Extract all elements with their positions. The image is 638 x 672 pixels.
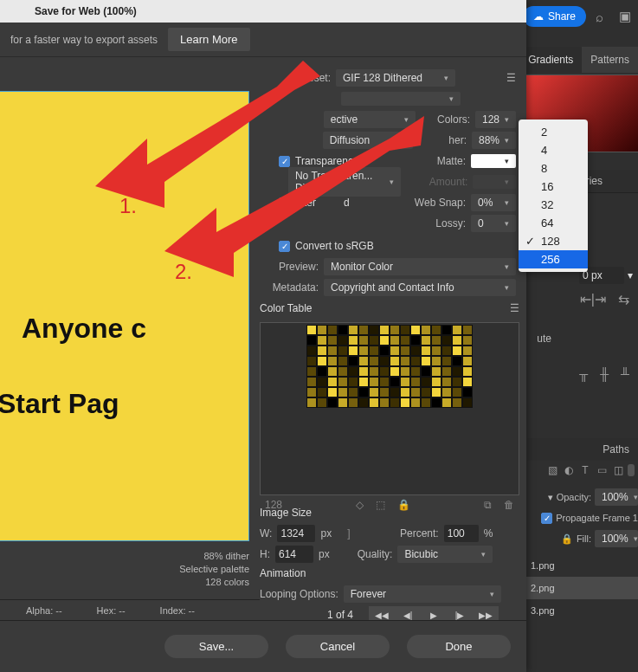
image-size-label: Image Size — [260, 507, 312, 519]
color-table-panel: Color Table ☰ 128 ◇ ⬚ 🔒 ⧉ 🗑 — [260, 298, 519, 514]
share-button[interactable]: ☁︎ Share — [523, 6, 586, 27]
amount-select: ▾ — [473, 175, 516, 189]
filter-toggle[interactable] — [628, 464, 635, 476]
tab-gradients[interactable]: Gradients — [519, 47, 582, 73]
svg-marker-1 — [164, 116, 424, 277]
colors-option[interactable]: 64 — [519, 214, 588, 232]
metadata-select[interactable]: Copyright and Contact Info▾ — [324, 279, 516, 296]
dialog-titlebar: Save for Web (100%) — [0, 0, 526, 23]
colors-option[interactable]: 2 — [519, 123, 588, 141]
filter-smart-icon[interactable]: ◫ — [611, 464, 625, 476]
color-table-menu-icon[interactable]: ☰ — [510, 302, 519, 314]
opacity-label: Opacity: — [557, 492, 591, 502]
dialog-subbar: for a faster way to export assets Learn … — [0, 23, 526, 57]
status-bar: Alpha: -- Hex: -- Index: -- — [0, 599, 260, 620]
color-table-grid[interactable] — [260, 322, 519, 495]
px-label: px — [320, 527, 332, 540]
layer-filter-row: ▧ ◐ T ▭ ◫ — [545, 464, 635, 476]
annotation-label-1: 1. — [119, 194, 137, 218]
quality-select[interactable]: Bicubic▾ — [397, 546, 493, 563]
workspace-icon[interactable]: ▣ — [612, 3, 638, 29]
animation-panel: Animation Looping Options: Forever▾ 1 of… — [260, 563, 501, 625]
colors-dropdown-popup: 2 4 8 16 32 64 128 256 — [519, 120, 588, 272]
align-row: ⇤|⇥ ⇆ — [580, 291, 629, 307]
propagate-label: Propagate Frame 1 — [556, 513, 638, 523]
height-label: H: — [260, 548, 270, 560]
propagate-checkbox[interactable]: ✓ — [541, 513, 552, 524]
pct-sign: % — [484, 527, 493, 540]
distrib-mid-icon[interactable]: ╫ — [600, 367, 609, 381]
colors-select[interactable]: 128▾ — [475, 111, 516, 128]
matte-select[interactable]: ▾ — [471, 154, 516, 168]
status-hex: Hex: -- — [97, 605, 126, 616]
status-index: Index: -- — [160, 605, 195, 616]
save-button[interactable]: Save... — [164, 635, 268, 658]
filter-shape-icon[interactable]: ▭ — [595, 464, 609, 476]
colors-label: Colors: — [426, 113, 470, 126]
percent-label: Percent: — [400, 527, 439, 540]
align-h-icon[interactable]: ⇤|⇥ — [580, 291, 606, 307]
percent-input[interactable] — [444, 525, 479, 542]
loop-select[interactable]: Forever▾ — [344, 585, 501, 603]
tab-patterns[interactable]: Patterns — [582, 47, 638, 73]
dither-pct-select[interactable]: 88%▾ — [472, 132, 516, 149]
fill-select[interactable]: 100%▾ — [595, 530, 638, 547]
cancel-button[interactable]: Cancel — [286, 635, 390, 658]
colors-option[interactable]: 8 — [519, 159, 588, 178]
chevron-down-icon[interactable]: ▾ — [628, 269, 633, 281]
tip-text: for a faster way to export assets — [10, 34, 158, 46]
cloud-icon: ☁︎ — [533, 10, 544, 23]
loop-label: Looping Options: — [260, 588, 338, 600]
animation-label: Animation — [260, 567, 306, 579]
colors-option[interactable]: 16 — [519, 178, 588, 196]
fill-label: Fill: — [577, 533, 591, 544]
chevron-down-icon[interactable]: ▾ — [548, 492, 553, 503]
dialog-title: Save for Web (100%) — [35, 5, 137, 17]
status-alpha: Alpha: -- — [26, 605, 62, 616]
filter-adjust-icon[interactable]: ◐ — [562, 464, 576, 476]
filter-type-icon[interactable]: T — [578, 464, 592, 476]
layer-item[interactable]: 1.png — [525, 554, 638, 577]
preset-menu-icon[interactable]: ☰ — [506, 72, 516, 84]
height-input[interactable] — [275, 546, 313, 563]
search-icon[interactable]: ⌕ — [586, 3, 612, 29]
tab-paths[interactable]: Paths — [527, 438, 638, 461]
link-icon[interactable]: ] — [347, 527, 350, 540]
websnap-select[interactable]: 0%▾ — [471, 194, 516, 211]
done-button[interactable]: Done — [407, 635, 511, 658]
layer-item[interactable]: 3.png — [525, 599, 638, 622]
flip-icon[interactable]: ⇆ — [618, 291, 629, 307]
distribute-row: ╥ ╫ ╨ — [579, 367, 629, 381]
lossy-select[interactable]: 0▾ — [471, 215, 516, 232]
width-label: W: — [260, 527, 272, 540]
layer-item[interactable]: 2.png — [525, 577, 638, 599]
distribute-label: ute — [537, 333, 551, 345]
canvas-text-2: ith Start Pag — [0, 388, 119, 420]
quality-label: Quality: — [358, 548, 393, 560]
colors-option-highlight[interactable]: 256 — [519, 250, 588, 268]
color-table-label: Color Table — [260, 302, 312, 314]
lock-icon[interactable]: 🔒 — [561, 533, 573, 545]
preview-meta: 88% dither Selective palette 128 colors — [179, 550, 249, 589]
canvas-text-1: Anyone c — [22, 313, 146, 345]
top-right-toolbar: ☁︎ Share ⌕ ▣ — [523, 0, 638, 33]
opacity-select[interactable]: 100%▾ — [595, 488, 638, 506]
metadata-label: Metadata: — [270, 281, 319, 294]
distrib-top-icon[interactable]: ╥ — [579, 367, 588, 381]
ct-trash-icon[interactable]: 🗑 — [504, 499, 514, 511]
learn-more-button[interactable]: Learn More — [168, 28, 249, 51]
right-panel-tabs: Gradients Patterns — [519, 47, 638, 73]
image-size-panel: Image Size W: px ] Percent: % H: px Qual… — [260, 502, 493, 565]
colors-option[interactable]: 4 — [519, 141, 588, 159]
colors-option[interactable]: 32 — [519, 196, 588, 214]
share-label: Share — [548, 10, 576, 23]
filter-image-icon[interactable]: ▧ — [545, 464, 559, 476]
preset-select[interactable]: GIF 128 Dithered▾ — [336, 69, 455, 87]
frame-indicator: 1 of 4 — [327, 609, 353, 621]
colors-option-selected[interactable]: 128 — [519, 232, 588, 250]
layer-props: ▾ Opacity: 100%▾ ✓ Propagate Frame 1 🔒 F… — [525, 487, 638, 549]
dialog-footer: Save... Cancel Done — [0, 620, 526, 672]
distrib-bot-icon[interactable]: ╨ — [621, 367, 629, 381]
px-label-2: px — [319, 548, 330, 560]
width-input[interactable] — [277, 525, 315, 542]
